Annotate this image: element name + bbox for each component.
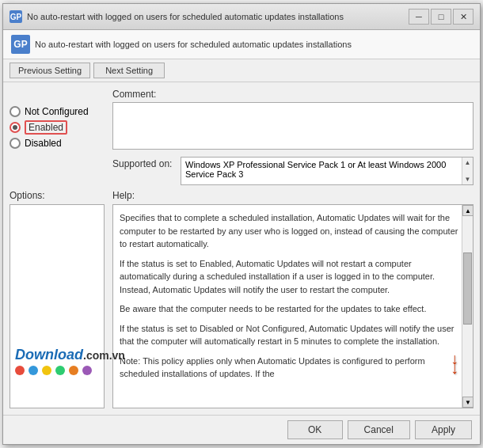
- title-controls: ─ □ ✕: [409, 9, 473, 25]
- scrollbar-track: [462, 216, 473, 397]
- watermark-dot: [29, 366, 38, 375]
- watermark-dot: [82, 366, 92, 375]
- arrow-down-icon-2: ↓: [451, 360, 458, 376]
- radio-enabled[interactable]: Enabled: [10, 120, 105, 135]
- options-box: [10, 204, 105, 408]
- scrollbar-thumb[interactable]: [463, 252, 472, 325]
- header-icon: GP: [11, 35, 30, 54]
- title-bar: GP No auto-restart with logged on users …: [3, 4, 480, 30]
- header-icon-label: GP: [13, 39, 27, 50]
- radio-not-configured-label: Not Configured: [25, 106, 89, 117]
- radio-not-configured[interactable]: Not Configured: [10, 106, 105, 117]
- watermark-dots: [15, 366, 125, 375]
- help-scroll-down[interactable]: ▼: [462, 397, 473, 408]
- help-p5: Note: This policy applies only when Auto…: [120, 355, 458, 381]
- help-panel: Help: Specifies that to complete a sched…: [112, 190, 473, 408]
- next-setting-button[interactable]: Next Setting: [93, 63, 165, 78]
- watermark-brand-row: Download .com.vn: [15, 347, 125, 363]
- help-p4: If the status is set to Disabled or Not …: [120, 322, 458, 348]
- radio-enabled-label: Enabled: [25, 120, 67, 135]
- help-label: Help:: [112, 190, 473, 201]
- right-panel: Comment: Supported on: Windows XP Profes…: [112, 89, 473, 185]
- help-scrollbar: ▲ ▼: [462, 205, 473, 408]
- watermark-suffix: .com.vn: [83, 349, 125, 362]
- close-button[interactable]: ✕: [453, 9, 473, 25]
- scroll-up-arrow[interactable]: ▲: [463, 158, 473, 168]
- top-section: Not Configured Enabled Disabled Comment:: [10, 89, 473, 185]
- watermark-brand: Download: [15, 347, 83, 363]
- help-p1: Specifies that to complete a scheduled i…: [120, 211, 458, 251]
- main-window: GP No auto-restart with logged on users …: [2, 3, 481, 445]
- left-panel: Not Configured Enabled Disabled: [10, 89, 105, 185]
- window-icon-label: GP: [10, 13, 21, 21]
- radio-disabled-label: Disabled: [25, 138, 62, 149]
- radio-disabled[interactable]: Disabled: [10, 138, 105, 149]
- supported-value: Windows XP Professional Service Pack 1 o…: [185, 160, 446, 179]
- title-bar-left: GP No auto-restart with logged on users …: [10, 10, 409, 23]
- comment-input[interactable]: [112, 102, 473, 150]
- previous-setting-button[interactable]: Previous Setting: [10, 63, 90, 78]
- comment-label: Comment:: [112, 89, 473, 100]
- supported-scrollbar: ▲ ▼: [462, 158, 473, 184]
- header-bar: GP No auto-restart with logged on users …: [3, 30, 480, 59]
- cancel-button[interactable]: Cancel: [348, 420, 410, 439]
- help-p3: Be aware that the computer needs to be r…: [120, 302, 458, 316]
- help-box: Specifies that to complete a scheduled i…: [112, 204, 473, 408]
- minimize-button[interactable]: ─: [409, 9, 429, 25]
- watermark-dot: [55, 366, 65, 375]
- help-p2: If the status is set to Enabled, Automat…: [120, 257, 458, 297]
- arrow-indicator: ↓ ↓: [451, 351, 458, 376]
- options-panel: Options:: [10, 190, 105, 408]
- supported-label: Supported on:: [112, 157, 176, 169]
- window-title: No auto-restart with logged on users for…: [27, 12, 344, 21]
- radio-circle-enabled: [10, 122, 21, 133]
- header-title: No auto-restart with logged on users for…: [35, 40, 352, 49]
- ok-button[interactable]: OK: [287, 420, 343, 439]
- radio-circle-disabled: [10, 138, 21, 149]
- help-content: Specifies that to complete a scheduled i…: [113, 205, 473, 408]
- supported-box: Windows XP Professional Service Pack 1 o…: [181, 157, 473, 185]
- radio-group: Not Configured Enabled Disabled: [10, 106, 105, 149]
- toolbar: Previous Setting Next Setting: [3, 59, 480, 82]
- options-label: Options:: [10, 190, 105, 201]
- watermark-dot: [69, 366, 78, 375]
- footer: OK Cancel Apply: [3, 415, 480, 444]
- help-scroll-up[interactable]: ▲: [462, 205, 473, 216]
- maximize-button[interactable]: □: [431, 9, 451, 25]
- apply-button[interactable]: Apply: [415, 420, 472, 439]
- radio-circle-not-configured: [10, 106, 21, 117]
- scroll-down-arrow[interactable]: ▼: [463, 174, 473, 184]
- watermark-dot: [15, 366, 25, 375]
- watermark: Download .com.vn: [15, 347, 125, 375]
- supported-row: Supported on: Windows XP Professional Se…: [112, 157, 473, 185]
- window-icon: GP: [10, 10, 22, 23]
- watermark-dot: [42, 366, 51, 375]
- bottom-section: Options: Help: Specifies that to complet…: [10, 190, 473, 408]
